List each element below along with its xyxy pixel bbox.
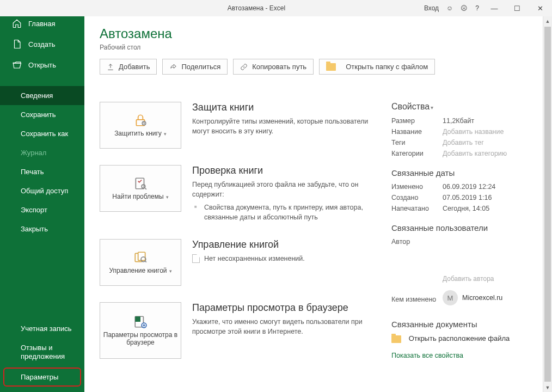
- sidebar-item-open[interactable]: Открыть: [0, 54, 84, 75]
- show-all-props[interactable]: Показать все свойства: [391, 352, 528, 359]
- author-placeholder: [443, 249, 508, 273]
- upload-icon: [107, 63, 114, 71]
- sidebar-item-options[interactable]: Параметры: [3, 367, 81, 387]
- svg-rect-2: [136, 178, 144, 189]
- prop-printed: НапечатаноСегодня, 14:05: [391, 205, 528, 212]
- file-icon: [12, 39, 22, 49]
- manage-text: Нет несохраненных изменений.: [204, 255, 305, 262]
- open-location[interactable]: Открыть расположение файла: [391, 334, 528, 343]
- prop-created: Создано07.05.2019 1:16: [391, 194, 528, 201]
- browser-tile[interactable]: X Параметры просмотра в браузере: [100, 302, 181, 359]
- upload-button[interactable]: Добавить: [100, 59, 157, 75]
- doc-icon: [192, 254, 200, 263]
- login-link[interactable]: Вход: [424, 4, 439, 12]
- browser-title: Параметры просмотра в браузере: [192, 302, 372, 314]
- page-title: Автозамена: [100, 26, 528, 41]
- manage-icon: [132, 250, 149, 265]
- protect-text: Контролируйте типы изменений, которые по…: [192, 117, 372, 136]
- svg-point-3: [142, 185, 145, 188]
- sidebar: Главная Создать Открыть Сведения Сохрани…: [0, 16, 84, 392]
- avatar: M: [443, 290, 458, 305]
- vertical-scrollbar[interactable]: ▲ ▼: [543, 16, 552, 392]
- scroll-thumb[interactable]: [544, 27, 551, 382]
- home-icon: [12, 19, 22, 28]
- copy-path-button[interactable]: Копировать путь: [233, 59, 314, 75]
- protect-title: Защита книги: [192, 102, 372, 113]
- lock-icon: [132, 113, 149, 127]
- link-icon: [240, 63, 248, 71]
- properties-head[interactable]: Свойства▾: [391, 102, 528, 112]
- action-row: Добавить Поделиться Копировать путь Откр…: [100, 59, 528, 75]
- svg-text:X: X: [137, 316, 139, 321]
- sidebar-item-close[interactable]: Закрыть: [0, 219, 84, 238]
- docs-head: Связанные документы: [391, 320, 528, 329]
- protect-section: Защитить книгу▾ Защита книги Контролируй…: [100, 102, 372, 149]
- sidebar-item-print[interactable]: Печать: [0, 162, 84, 181]
- share-button[interactable]: Поделиться: [162, 59, 228, 75]
- folder-open-icon: [12, 60, 22, 70]
- prop-categories[interactable]: КатегорииДобавить категорию: [391, 150, 528, 157]
- window-title: Автозамена - Excel: [89, 4, 424, 12]
- sidebar-item-home[interactable]: Главная: [0, 16, 84, 34]
- folder-icon: [326, 63, 336, 71]
- sidebar-item-info[interactable]: Сведения: [0, 86, 84, 105]
- sad-icon[interactable]: ☹: [461, 4, 468, 12]
- smile-icon[interactable]: ☺: [446, 4, 453, 12]
- open-folder-button[interactable]: Открыть папку с файлом: [319, 59, 435, 75]
- sidebar-item-account[interactable]: Учетная запись: [0, 319, 84, 338]
- manage-tile[interactable]: Управление книгой▾: [100, 239, 181, 286]
- share-icon: [169, 63, 177, 71]
- prop-tags[interactable]: ТегиДобавить тег: [391, 139, 528, 146]
- browser-icon: X: [132, 315, 149, 329]
- prop-size: Размер11,2Кбайт: [391, 117, 528, 125]
- sidebar-item-history: Журнал: [0, 143, 84, 162]
- folder-icon: [391, 335, 401, 343]
- sidebar-item-new[interactable]: Создать: [0, 34, 84, 54]
- svg-rect-5: [138, 252, 145, 260]
- content-area: Автозамена Рабочий стол Добавить Поделит…: [84, 16, 543, 392]
- prop-lastmod: Кем изменено M Microexcel.ru: [391, 290, 528, 309]
- maximize-button[interactable]: ☐: [510, 4, 525, 13]
- manage-section: Управление книгой▾ Управление книгой Нет…: [100, 239, 372, 286]
- sidebar-item-feedback[interactable]: Отзывы и предложения: [0, 338, 84, 367]
- prop-title[interactable]: НазваниеДобавить название: [391, 128, 528, 136]
- manage-title: Управление книгой: [192, 239, 372, 250]
- browser-section: X Параметры просмотра в браузере Парамет…: [100, 302, 372, 359]
- inspect-icon: [132, 176, 149, 191]
- users-head: Связанные пользователи: [391, 223, 528, 232]
- titlebar: Автозамена - Excel Вход ☺ ☹ ? — ☐ ✕: [0, 0, 552, 16]
- inspect-section: Найти проблемы▾ Проверка книги Перед пуб…: [100, 165, 372, 223]
- sidebar-item-share[interactable]: Общий доступ: [0, 181, 84, 200]
- sidebar-item-saveas[interactable]: Сохранить как: [0, 124, 84, 143]
- add-author[interactable]: Добавить автора: [443, 275, 528, 283]
- inspect-tile[interactable]: Найти проблемы▾: [100, 165, 181, 212]
- protect-tile[interactable]: Защитить книгу▾: [100, 102, 181, 149]
- page-subtitle: Рабочий стол: [100, 44, 528, 51]
- dates-head: Связанные даты: [391, 168, 528, 177]
- inspect-bullet: Свойства документа, путь к принтеру, имя…: [192, 203, 372, 222]
- inspect-intro: Перед публикацией этого файла не забудьт…: [192, 181, 358, 198]
- inspect-title: Проверка книги: [192, 165, 372, 176]
- scroll-up-icon[interactable]: ▲: [543, 16, 552, 26]
- sidebar-item-export[interactable]: Экспорт: [0, 200, 84, 219]
- browser-text: Укажите, что именно смогут видеть пользо…: [192, 317, 372, 336]
- sidebar-item-save[interactable]: Сохранить: [0, 105, 84, 124]
- close-button[interactable]: ✕: [532, 4, 548, 13]
- scroll-down-icon[interactable]: ▼: [543, 383, 552, 392]
- prop-author: Автор: [391, 238, 528, 246]
- minimize-button[interactable]: —: [487, 4, 502, 13]
- help-icon[interactable]: ?: [475, 4, 479, 12]
- prop-modified: Изменено06.09.2019 12:24: [391, 183, 528, 191]
